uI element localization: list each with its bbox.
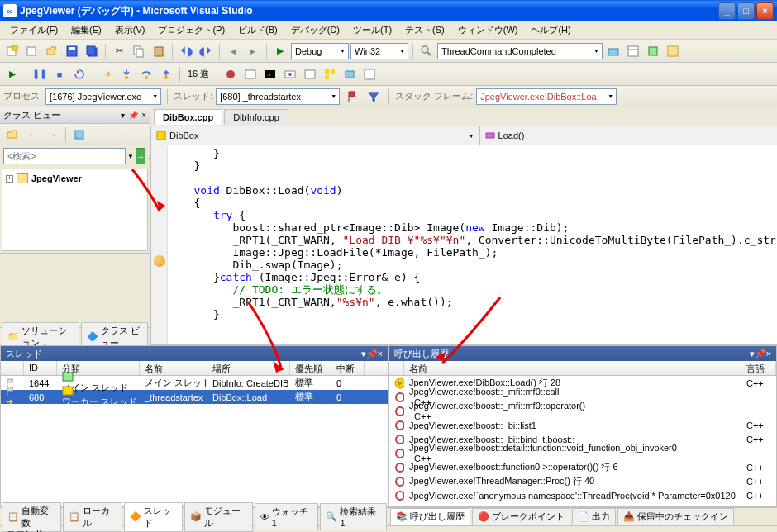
immediate-icon[interactable]: > [261, 65, 279, 83]
nav-back-icon[interactable]: ◄ [224, 42, 242, 60]
start-debug-icon[interactable]: ▶ [271, 42, 289, 60]
restart-icon[interactable] [70, 65, 88, 83]
callstack-table[interactable]: 名前 言語 JpenViewer.exe!DibBox::Load() 行 28… [389, 361, 776, 506]
th-location[interactable]: 場所 [207, 361, 290, 375]
tree-root-item[interactable]: + JpegViewer [6, 173, 144, 184]
callstack-row[interactable]: JpegViewer.exe!boost::detail::function::… [389, 446, 776, 460]
thread-flag-icon[interactable] [343, 88, 361, 106]
breakpoints-icon[interactable] [222, 65, 240, 83]
step-over-icon[interactable] [137, 65, 155, 83]
close-button[interactable]: × [756, 2, 774, 20]
tab-watch1[interactable]: 👁ウォッチ 1 [255, 503, 319, 530]
class-tree[interactable]: + JpegViewer [2, 169, 148, 251]
threads-table[interactable]: ID 分類 名前 場所 優先順 中断 1644 メイン スレッドメイン スレッド… [1, 361, 388, 506]
breakpoint-marker[interactable] [154, 255, 165, 267]
expander-icon[interactable]: + [6, 175, 13, 183]
thread-row[interactable]: ➜680 ワーカー スレッド_threadstartexDibBox::Load… [1, 390, 388, 404]
new-project-icon[interactable] [3, 42, 21, 60]
stop-icon[interactable]: ■ [50, 65, 69, 83]
modules-icon[interactable] [341, 65, 359, 83]
menu-tools[interactable]: ツール(T) [346, 22, 398, 38]
menu-window[interactable]: ウィンドウ(W) [451, 22, 525, 38]
dropdown-icon[interactable]: ▾ [121, 111, 125, 120]
tab-findresults1[interactable]: 🔍検索結果 1 [320, 503, 387, 530]
copy-icon[interactable] [130, 42, 148, 60]
tab-pending-checkin[interactable]: 📥保留中のチェックイン [617, 508, 734, 525]
redo-icon[interactable] [197, 42, 215, 60]
th-flag[interactable] [1, 361, 24, 375]
show-next-icon[interactable]: ➜ [98, 65, 116, 83]
find-icon[interactable] [417, 42, 436, 60]
output-icon[interactable] [241, 65, 260, 83]
th-cs-name[interactable]: 名前 [404, 361, 741, 375]
processes-icon[interactable] [360, 65, 379, 83]
threads-icon[interactable] [321, 65, 339, 83]
toolbox-icon[interactable] [604, 42, 622, 60]
tab-breakpoints[interactable]: 🔴ブレークポイント [472, 508, 570, 525]
menu-help[interactable]: ヘルプ(H) [524, 22, 577, 38]
nav-method-dropdown[interactable]: Load() [480, 126, 777, 145]
threads-pin-icon[interactable]: 📌 [366, 349, 378, 359]
threads-close-icon[interactable]: × [378, 349, 383, 359]
platform-dropdown[interactable]: Win32 [350, 43, 408, 59]
callstack-close-icon[interactable]: × [766, 349, 771, 359]
find-dropdown[interactable]: ThreadCommandCompleted [437, 43, 603, 59]
tab-modules[interactable]: 📦モジュール [184, 502, 252, 532]
watch-icon[interactable] [281, 65, 299, 83]
save-icon[interactable] [63, 42, 81, 60]
properties-icon[interactable] [624, 42, 642, 60]
process-dropdown[interactable]: [1676] JpegViewer.exe [45, 88, 161, 105]
menu-debug[interactable]: デバッグ(D) [284, 22, 346, 38]
th-cs-icon[interactable] [389, 361, 404, 375]
stackframe-dropdown[interactable]: JpegViewer.exe!DibBox::Loa [476, 88, 617, 105]
minimize-button[interactable]: _ [718, 2, 736, 20]
menu-build[interactable]: ビルド(B) [231, 22, 284, 38]
callstack-row[interactable]: JpegViewer.exe!`anonymous namespace'::Th… [389, 488, 776, 502]
pause-icon[interactable]: ❚❚ [31, 65, 49, 83]
nav-forward-icon[interactable]: ► [244, 42, 262, 60]
th-priority[interactable]: 優先順 [290, 361, 331, 375]
close-panel-icon[interactable]: × [141, 111, 146, 120]
callstack-row[interactable]: JpegViewer.exe!boost::_bi::list1C++ [389, 418, 776, 432]
code-content[interactable]: } } void DibBox::Load(void) { try { boos… [168, 145, 777, 344]
tab-locals[interactable]: 📋ローカル [63, 502, 122, 532]
tab-output[interactable]: 📄出力 [572, 508, 616, 525]
th-name[interactable]: 名前 [140, 361, 207, 375]
undo-icon[interactable] [177, 42, 195, 60]
menu-view[interactable]: 表示(V) [108, 22, 152, 38]
thread-filter-icon[interactable] [365, 88, 383, 106]
class-search-input[interactable] [3, 148, 126, 164]
new-folder-icon[interactable] [3, 126, 21, 144]
menu-project[interactable]: プロジェクト(P) [151, 22, 231, 38]
locals-icon[interactable] [301, 65, 319, 83]
pin-icon[interactable]: 📌 [128, 111, 138, 120]
search-go-button[interactable]: → [136, 148, 145, 164]
tab-threads[interactable]: 🔶スレッド [124, 502, 184, 532]
cv-forward-icon[interactable]: → [43, 126, 61, 144]
menu-edit[interactable]: 編集(E) [64, 22, 108, 38]
callstack-row[interactable]: JpegViewer.exe!boost::function0 >::opera… [389, 460, 776, 474]
cv-back-icon[interactable]: ← [23, 126, 41, 144]
open-icon[interactable] [43, 42, 61, 60]
cut-icon[interactable]: ✂ [110, 42, 128, 60]
th-suspend[interactable]: 中断 [331, 361, 365, 375]
thread-dropdown[interactable]: [680] _threadstartex [216, 88, 340, 105]
paste-icon[interactable] [150, 42, 168, 60]
add-item-icon[interactable] [23, 42, 41, 60]
continue-icon[interactable]: ▶ [3, 65, 21, 83]
more-icon[interactable] [664, 42, 682, 60]
tab-callstack[interactable]: 📚呼び出し履歴 [390, 508, 470, 525]
tab-dibbox[interactable]: DibBox.cpp [154, 109, 222, 125]
save-all-icon[interactable] [83, 42, 101, 60]
menu-file[interactable]: ファイル(F) [3, 22, 64, 38]
nav-class-dropdown[interactable]: DibBox [151, 126, 480, 145]
callstack-row[interactable]: JpegViewer.exe!boost::_mfi::mf0::operato… [389, 404, 776, 418]
th-cs-lang[interactable]: 言語 [741, 361, 776, 375]
step-into-icon[interactable] [117, 65, 136, 83]
th-id[interactable]: ID [24, 361, 57, 375]
menu-test[interactable]: テスト(S) [398, 22, 451, 38]
cv-settings-icon[interactable] [70, 126, 88, 144]
code-editor[interactable]: } } void DibBox::Load(void) { try { boos… [150, 145, 777, 345]
object-browser-icon[interactable] [644, 42, 662, 60]
step-out-icon[interactable] [157, 65, 175, 83]
